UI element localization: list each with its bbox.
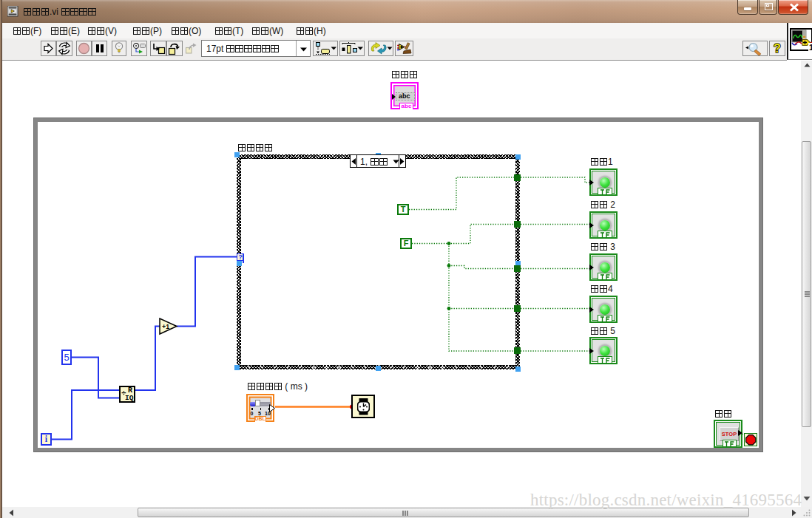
svg-text:+1: +1 (162, 323, 169, 330)
svg-text:?: ? (774, 42, 781, 55)
